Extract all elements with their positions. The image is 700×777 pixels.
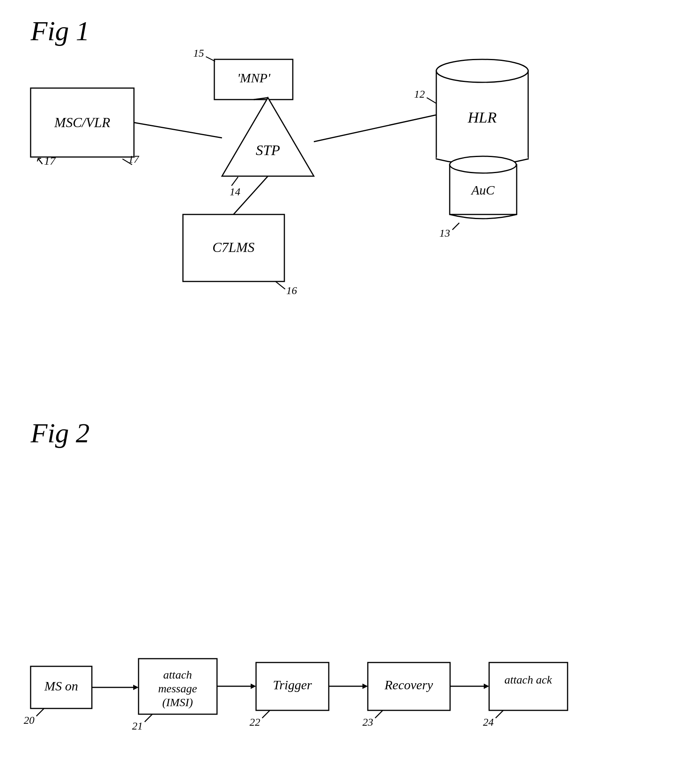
svg-text:attach: attach xyxy=(163,668,192,681)
svg-line-11 xyxy=(232,177,238,186)
svg-point-23 xyxy=(436,147,528,170)
svg-text:message: message xyxy=(158,682,197,695)
svg-line-7 xyxy=(206,57,215,61)
svg-text:Trigger: Trigger xyxy=(273,678,312,692)
svg-text:21: 21 xyxy=(132,720,143,732)
svg-text:Recovery: Recovery xyxy=(384,678,433,692)
svg-point-22 xyxy=(436,59,528,82)
svg-line-13 xyxy=(254,98,268,100)
svg-text:MSC/VLR: MSC/VLR xyxy=(54,115,110,130)
svg-line-25 xyxy=(427,98,436,104)
svg-line-20 xyxy=(314,115,436,142)
svg-line-34 xyxy=(37,708,44,716)
fig2-title: Fig 2 xyxy=(31,418,90,449)
svg-line-42 xyxy=(145,714,152,722)
svg-marker-9 xyxy=(222,98,314,176)
svg-text:20: 20 xyxy=(24,714,35,726)
svg-line-18 xyxy=(275,281,285,289)
svg-text:17: 17 xyxy=(128,153,139,165)
svg-rect-21 xyxy=(436,71,528,159)
svg-text:MS on: MS on xyxy=(44,679,78,693)
svg-text:12: 12 xyxy=(414,88,425,100)
svg-rect-16 xyxy=(183,214,284,281)
svg-text:HLR: HLR xyxy=(467,109,497,126)
svg-text:16: 16 xyxy=(286,284,297,296)
svg-rect-0 xyxy=(31,88,134,157)
svg-text:22: 22 xyxy=(250,716,260,728)
svg-rect-27 xyxy=(450,165,517,214)
svg-line-3 xyxy=(122,159,132,165)
svg-marker-37 xyxy=(133,685,138,690)
fig1-title: Fig 1 xyxy=(31,15,90,47)
svg-text:24: 24 xyxy=(483,716,494,728)
svg-marker-45 xyxy=(251,683,256,689)
svg-text:↖17: ↖17 xyxy=(35,154,56,167)
svg-text:AuC: AuC xyxy=(471,183,495,197)
page: Fig 1 Fig 2 MSC/VLR ↖17 17 'MNP' 15 STP … xyxy=(0,0,700,777)
svg-rect-52 xyxy=(368,662,450,710)
svg-text:13: 13 xyxy=(439,227,450,239)
svg-rect-46 xyxy=(256,662,329,710)
svg-text:attach ack: attach ack xyxy=(505,673,552,686)
fig2-diagram-svg: MS on 20 attach message (IMSI) 21 Trigge… xyxy=(0,402,700,777)
svg-text:15: 15 xyxy=(193,47,204,59)
svg-line-60 xyxy=(496,710,503,718)
svg-marker-51 xyxy=(362,683,368,689)
svg-text:STP: STP xyxy=(256,142,280,158)
svg-text:(IMSI): (IMSI) xyxy=(162,696,193,709)
svg-rect-58 xyxy=(489,662,568,710)
svg-text:C7LMS: C7LMS xyxy=(212,240,255,255)
svg-line-30 xyxy=(452,223,459,230)
svg-rect-32 xyxy=(31,666,92,708)
fig1-diagram-svg: MSC/VLR ↖17 17 'MNP' 15 STP 14 C7LMS 16 xyxy=(0,0,700,402)
svg-rect-5 xyxy=(214,59,293,100)
svg-rect-38 xyxy=(138,659,217,714)
svg-marker-57 xyxy=(484,683,489,689)
svg-line-14 xyxy=(134,122,222,138)
svg-text:14: 14 xyxy=(230,186,240,197)
svg-point-28 xyxy=(450,156,516,173)
svg-line-48 xyxy=(262,710,270,718)
svg-line-54 xyxy=(375,710,383,718)
svg-text:23: 23 xyxy=(362,716,373,728)
svg-text:'MNP': 'MNP' xyxy=(237,71,271,85)
svg-line-15 xyxy=(233,176,268,214)
